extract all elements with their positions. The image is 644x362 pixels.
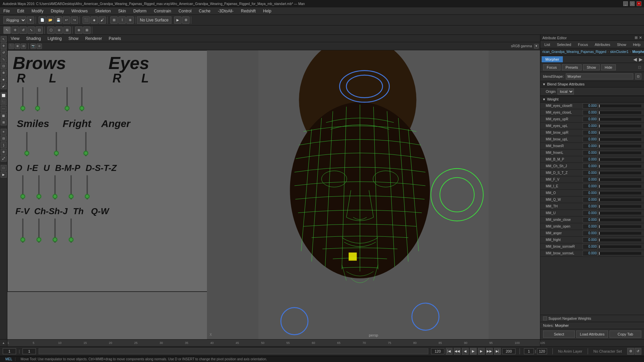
anger-slider[interactable] <box>81 131 91 158</box>
select-btn[interactable]: ⬛ <box>83 16 90 24</box>
ph-o-slider[interactable] <box>18 174 28 201</box>
weight-val-12[interactable] <box>583 184 598 189</box>
timeline-bar[interactable] <box>39 348 428 354</box>
skin-paint[interactable]: 🖍 <box>1 156 7 162</box>
new-btn[interactable]: 📄 <box>39 16 46 24</box>
current-frame-input[interactable] <box>3 348 16 354</box>
fright-slider[interactable] <box>52 131 61 158</box>
origin-select[interactable]: local <box>557 88 574 95</box>
window-controls[interactable]: _ □ ✕ <box>623 1 641 6</box>
menu-help[interactable]: Help <box>262 8 273 14</box>
minimize-button[interactable]: _ <box>623 1 628 6</box>
rotate-tool[interactable]: ↺ <box>1 50 7 56</box>
vp-toggle-grid[interactable]: ⊞ <box>15 44 20 49</box>
menu-edit[interactable]: Edit <box>16 8 25 14</box>
prev-frame-btn[interactable]: ◀ <box>462 348 469 355</box>
weight-val-19[interactable] <box>583 231 598 236</box>
select-tool-btn[interactable]: ↖ <box>3 26 11 34</box>
attr-close-btn[interactable]: ✕ <box>639 36 642 40</box>
tab-next-btn[interactable]: ▶ <box>639 57 643 62</box>
play-btn[interactable]: ▶ <box>470 348 477 355</box>
vp-gamma-dropdown[interactable]: ▼ <box>534 44 539 49</box>
object-mode[interactable]: ⬜ <box>1 93 7 99</box>
mode-menu-btn[interactable]: ▼ <box>27 16 34 24</box>
eye-l-slider[interactable] <box>77 86 87 113</box>
weight-val-3[interactable] <box>583 123 598 129</box>
morpher-tab[interactable]: Morpher <box>542 56 563 62</box>
weight-val-10[interactable] <box>583 170 598 176</box>
mode-dropdown[interactable]: Rigging <box>3 16 26 24</box>
vp-renderer[interactable]: Renderer <box>84 36 103 42</box>
load-attributes-button[interactable]: Load Attributes <box>576 330 608 338</box>
vp-panels[interactable]: Panels <box>107 36 122 42</box>
face-mode[interactable]: ▦ <box>1 113 7 119</box>
weight-val-13[interactable] <box>583 190 598 196</box>
move-tool[interactable]: ✛ <box>1 43 7 49</box>
resize-handle[interactable]: ⊡ <box>638 65 641 70</box>
edge-mode[interactable]: ⋯ <box>1 106 7 112</box>
menu-deform[interactable]: Deform <box>132 8 148 14</box>
weight-val-5[interactable] <box>583 137 598 142</box>
uvs-mode[interactable]: ⊞ <box>1 119 7 125</box>
frame-total-input[interactable] <box>537 348 547 354</box>
menu-constrain[interactable]: Constrain <box>153 8 172 14</box>
vp-wireframe[interactable]: ⊡ <box>21 44 26 49</box>
save-btn[interactable]: 💾 <box>55 16 62 24</box>
tab-show[interactable]: Show <box>614 42 629 47</box>
graph-editor[interactable]: ⟆ <box>1 142 7 148</box>
render-btn[interactable]: ▶ <box>174 16 181 24</box>
ph-qw-slider[interactable] <box>66 217 76 244</box>
weight-val-20[interactable] <box>583 237 598 243</box>
weight-val-18[interactable] <box>583 224 598 229</box>
weight-val-1[interactable] <box>583 110 598 115</box>
blend-shape-section-header[interactable]: ▼ Blend Shape Attributes <box>540 81 644 87</box>
support-negative-checkbox[interactable] <box>543 316 547 320</box>
timeline-ruler[interactable]: 1510152025303540455055606570758085909510… <box>7 340 540 346</box>
anim-settings-btn[interactable]: ⚙ <box>627 348 634 355</box>
blend-shape-input[interactable] <box>566 73 633 79</box>
vp-shading[interactable]: Shading <box>25 36 42 42</box>
playblast[interactable]: ▶ <box>1 172 7 178</box>
open-btn[interactable]: 📂 <box>47 16 54 24</box>
redo-btn[interactable]: ↪ <box>71 16 78 24</box>
weight-val-9[interactable] <box>583 164 598 169</box>
mel-indicator[interactable]: MEL <box>3 357 15 361</box>
copy-tab-button[interactable]: Copy Tab <box>609 330 641 338</box>
path-part-3[interactable]: Morpher <box>632 50 644 54</box>
tab-focus[interactable]: Focus <box>575 42 591 47</box>
tab-selected[interactable]: Selected <box>554 42 574 47</box>
loop-btn[interactable]: ↺ <box>635 348 641 355</box>
rotate-tool-btn[interactable]: ↺ <box>19 26 27 34</box>
weight-val-11[interactable] <box>583 177 598 182</box>
scale-tool[interactable]: ⤡ <box>1 56 7 62</box>
weight-val-21[interactable] <box>583 244 598 249</box>
next-key-btn[interactable]: ▶▶ <box>486 348 493 355</box>
menu-3dtoall[interactable]: -3DtoAll- <box>217 8 235 14</box>
hide-button[interactable]: Hide <box>601 64 616 70</box>
show-button[interactable]: Show <box>583 64 600 70</box>
ph-u-slider[interactable] <box>50 174 60 201</box>
attr-editor-controls[interactable]: ⊞ ✕ <box>635 36 642 40</box>
vp-view[interactable]: View <box>9 36 21 42</box>
menu-redshift[interactable]: Redshift <box>239 8 257 14</box>
undo-btn[interactable]: ↩ <box>63 16 70 24</box>
paint-select[interactable]: 🖌 <box>1 83 7 89</box>
vp-cam-attribs[interactable]: 📷 <box>31 44 36 49</box>
tab-prev-btn[interactable]: ◀ <box>633 57 637 62</box>
smiles-slider[interactable] <box>22 131 32 158</box>
skip-end-btn[interactable]: ▶| <box>494 348 501 355</box>
close-button[interactable]: ✕ <box>637 1 641 6</box>
menu-modify[interactable]: Modify <box>30 8 45 14</box>
weight-section-header[interactable]: ▼ Weight <box>540 96 644 103</box>
skip-start-btn[interactable]: |◀ <box>446 348 452 355</box>
weight-val-8[interactable] <box>583 157 598 162</box>
eye-r-slider[interactable] <box>62 86 72 113</box>
focus-button[interactable]: Focus <box>543 64 560 70</box>
scale-tool-btn[interactable]: ⤡ <box>28 26 35 34</box>
tab-list[interactable]: List <box>542 42 553 47</box>
range-end-input[interactable] <box>502 348 516 354</box>
paint-btn[interactable]: 🖌 <box>99 16 106 24</box>
path-part-2[interactable]: skinCluster1 <box>610 50 629 54</box>
weight-val-2[interactable] <box>583 117 598 122</box>
ph-ie-slider[interactable] <box>34 174 44 201</box>
